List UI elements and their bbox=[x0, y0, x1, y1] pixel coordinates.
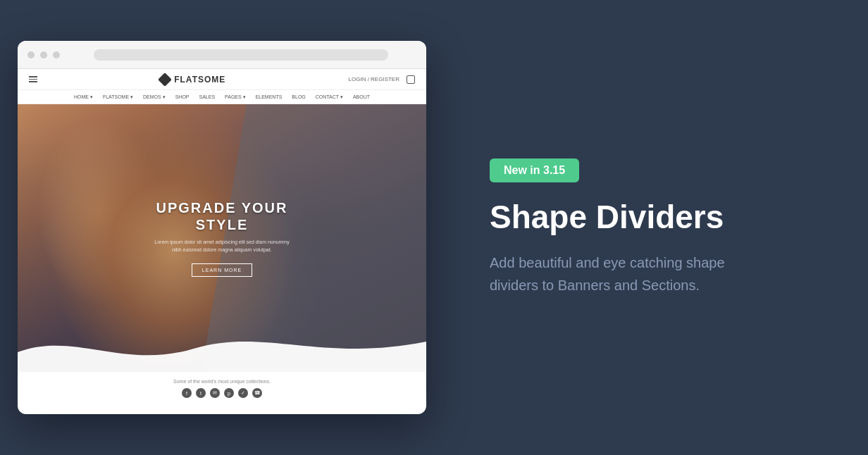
hero-section: UPGRADE YOUR STYLE Lorem ipsum dolor sit… bbox=[18, 104, 426, 372]
nav-elements[interactable]: ELEMENTS bbox=[256, 94, 283, 99]
logo-text: FLATSOME bbox=[174, 75, 225, 85]
twitter-icon[interactable]: t bbox=[196, 388, 206, 398]
login-link[interactable]: LOGIN / REGISTER bbox=[349, 76, 399, 82]
hamburger-icon[interactable] bbox=[29, 76, 37, 82]
page-container: FLATSOME LOGIN / REGISTER HOME ▾ FLATSOM… bbox=[0, 0, 868, 455]
cart-icon[interactable] bbox=[407, 75, 415, 84]
nav-pages[interactable]: PAGES ▾ bbox=[225, 94, 246, 100]
browser-dot-3 bbox=[53, 51, 60, 58]
browser-dot-1 bbox=[27, 51, 35, 58]
site-nav: FLATSOME LOGIN / REGISTER bbox=[18, 69, 426, 90]
social-icons: f t ✉ p ✓ ☎ bbox=[32, 388, 412, 398]
check-icon[interactable]: ✓ bbox=[238, 388, 248, 398]
hero-title: UPGRADE YOUR STYLE bbox=[156, 199, 288, 233]
footer-section: Some of the world's most unique collecti… bbox=[18, 372, 426, 405]
browser-mockup: FLATSOME LOGIN / REGISTER HOME ▾ FLATSOM… bbox=[18, 41, 426, 414]
site-logo: FLATSOME bbox=[160, 75, 225, 85]
browser-dot-2 bbox=[40, 51, 47, 58]
nav-shop[interactable]: SHOP bbox=[175, 94, 190, 99]
wave-divider bbox=[18, 324, 426, 372]
nav-home[interactable]: HOME ▾ bbox=[74, 94, 93, 100]
nav-flatsome[interactable]: FLATSOME ▾ bbox=[103, 94, 133, 100]
left-panel: FLATSOME LOGIN / REGISTER HOME ▾ FLATSOM… bbox=[0, 0, 440, 455]
footer-text: Some of the world's most unique collecti… bbox=[32, 379, 412, 384]
version-badge: New in 3.15 bbox=[490, 158, 579, 182]
email-icon[interactable]: ✉ bbox=[210, 388, 220, 398]
hero-subtitle: Lorem ipsum dolor sit amet adipiscing el… bbox=[151, 239, 292, 254]
phone-icon[interactable]: ☎ bbox=[252, 388, 262, 398]
nav-sales[interactable]: SALES bbox=[199, 94, 216, 99]
nav-demos[interactable]: DEMOS ▾ bbox=[143, 94, 166, 100]
diamond-icon bbox=[158, 73, 172, 87]
nav-contact[interactable]: CONTACT ▾ bbox=[316, 94, 343, 100]
pinterest-icon[interactable]: p bbox=[224, 388, 234, 398]
nav-about[interactable]: ABOUT bbox=[353, 94, 370, 99]
facebook-icon[interactable]: f bbox=[182, 388, 192, 398]
feature-description: Add beautiful and eye catching shape div… bbox=[490, 251, 757, 297]
browser-bar bbox=[18, 41, 426, 69]
site-content: UPGRADE YOUR STYLE Lorem ipsum dolor sit… bbox=[18, 104, 426, 414]
nav-right: LOGIN / REGISTER bbox=[349, 75, 415, 84]
feature-title: Shape Dividers bbox=[490, 199, 822, 235]
learn-more-button[interactable]: LEARN MORE bbox=[192, 263, 252, 277]
nav-blog[interactable]: BLOG bbox=[292, 94, 305, 99]
right-panel: New in 3.15 Shape Dividers Add beautiful… bbox=[440, 0, 868, 455]
